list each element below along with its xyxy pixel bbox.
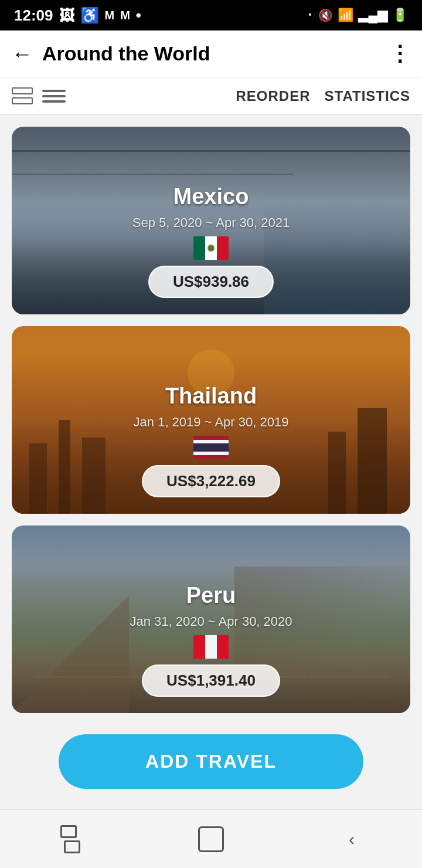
- mexico-dates: Sep 5, 2020 ~ Apr 30, 2021: [132, 215, 290, 230]
- main-content: Mexico Sep 5, 2020 ~ Apr 30, 2021 US$939…: [0, 115, 422, 809]
- svg-rect-10: [205, 635, 217, 659]
- bluetooth-icon: ⬞: [306, 8, 314, 23]
- svg-rect-0: [193, 236, 205, 260]
- card-line-2: [12, 97, 33, 104]
- signal-icon: ▂▄▆: [358, 8, 387, 23]
- peru-flag: [193, 635, 229, 659]
- accessibility-icon: ♿: [80, 6, 99, 25]
- peru-amount: US$1,391.40: [142, 664, 280, 697]
- back-icon: ‹: [349, 829, 355, 849]
- add-travel-button[interactable]: ADD TRAVEL: [59, 734, 363, 789]
- thailand-card-info: Thailand Jan 1, 2019 ~ Apr 30, 2019 US$3…: [134, 384, 289, 497]
- mute-icon: 🔇: [318, 8, 333, 22]
- list-view-button[interactable]: [42, 90, 66, 103]
- add-travel-container: ADD TRAVEL: [12, 725, 410, 798]
- list-line-3: [42, 100, 66, 103]
- thailand-card[interactable]: Thailand Jan 1, 2019 ~ Apr 30, 2019 US$3…: [12, 326, 410, 514]
- battery-icon: 🔋: [392, 8, 408, 23]
- svg-rect-8: [193, 452, 229, 455]
- view-controls-bar: REORDER STATISTICS: [0, 77, 422, 115]
- back-button[interactable]: ←: [12, 42, 33, 66]
- reorder-button[interactable]: REORDER: [236, 88, 311, 104]
- statistics-button[interactable]: STATISTICS: [325, 88, 410, 104]
- wifi-icon: 📶: [338, 8, 353, 23]
- mail2-icon: M: [120, 9, 130, 22]
- mail1-icon: M: [105, 9, 115, 22]
- more-menu-button[interactable]: ⋮: [389, 42, 410, 66]
- mexico-card-info: Mexico Sep 5, 2020 ~ Apr 30, 2021 US$939…: [132, 184, 290, 298]
- bottom-nav: ‹: [0, 809, 422, 868]
- thailand-dates: Jan 1, 2019 ~ Apr 30, 2019: [134, 415, 289, 430]
- peru-dates: Jan 31, 2020 ~ Apr 30, 2020: [130, 614, 292, 629]
- svg-rect-11: [217, 635, 229, 659]
- card-line-1: [12, 87, 33, 94]
- status-bar: 12:09 🖼 ♿ M M • ⬞ 🔇 📶 ▂▄▆ 🔋: [0, 0, 422, 30]
- card-view-button[interactable]: [12, 87, 33, 104]
- thailand-country-name: Thailand: [165, 384, 257, 409]
- mexico-country-name: Mexico: [173, 184, 249, 209]
- peru-card[interactable]: Peru Jan 31, 2020 ~ Apr 30, 2020 US$1,39…: [12, 525, 410, 713]
- recent-apps-button[interactable]: [53, 822, 88, 857]
- thailand-card-background: Thailand Jan 1, 2019 ~ Apr 30, 2019 US$3…: [12, 326, 410, 514]
- back-button-nav[interactable]: ‹: [334, 822, 369, 857]
- status-time: 12:09: [14, 6, 53, 25]
- thailand-flag: [193, 436, 229, 459]
- svg-rect-7: [193, 443, 229, 452]
- home-button[interactable]: [193, 822, 229, 857]
- mexico-flag: [193, 236, 229, 260]
- mexico-card[interactable]: Mexico Sep 5, 2020 ~ Apr 30, 2021 US$939…: [12, 127, 410, 314]
- list-line-1: [42, 90, 66, 92]
- peru-card-info: Peru Jan 31, 2020 ~ Apr 30, 2020 US$1,39…: [130, 583, 292, 697]
- status-bar-right: ⬞ 🔇 📶 ▂▄▆ 🔋: [306, 8, 408, 23]
- svg-point-4: [209, 246, 213, 250]
- status-bar-left: 12:09 🖼 ♿ M M •: [14, 6, 141, 25]
- top-nav: ← Around the World ⋮: [0, 30, 422, 77]
- recent-icon: [60, 825, 80, 853]
- mexico-card-background: Mexico Sep 5, 2020 ~ Apr 30, 2021 US$939…: [12, 127, 410, 314]
- page-title: Around the World: [42, 42, 389, 65]
- action-buttons: REORDER STATISTICS: [236, 88, 410, 104]
- list-line-2: [42, 95, 66, 97]
- home-icon: [198, 826, 224, 852]
- peru-card-background: Peru Jan 31, 2020 ~ Apr 30, 2020 US$1,39…: [12, 525, 410, 713]
- svg-rect-9: [193, 635, 205, 659]
- peru-country-name: Peru: [186, 583, 236, 608]
- thailand-amount: US$3,222.69: [142, 465, 280, 497]
- svg-rect-6: [193, 440, 229, 443]
- dot-indicator: •: [136, 6, 141, 25]
- svg-rect-2: [217, 236, 229, 260]
- view-icons: [12, 87, 66, 104]
- mexico-amount: US$939.86: [148, 266, 274, 298]
- photo-icon: 🖼: [59, 6, 74, 25]
